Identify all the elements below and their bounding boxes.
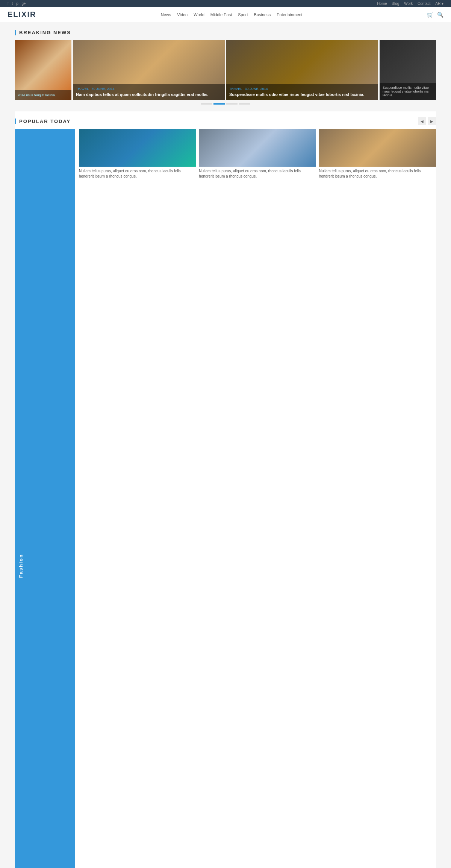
popular-grid: Fashion Nullam tellus purus, aliquet eu … (15, 129, 436, 868)
breaking-headline-2: Nam dapibus tellus at quam sollicitudin … (76, 92, 222, 97)
category-text: Fashion (18, 132, 24, 868)
popular-item-text-3: Nullam tellus purus, aliquet eu eros nom… (319, 169, 436, 179)
breaking-headline-3: Suspendisse mollis odio vitae risus feug… (229, 92, 375, 97)
popular-prev-arrow[interactable]: ◀ (418, 117, 426, 125)
carousel-dot-4[interactable] (239, 103, 250, 105)
popular-category-label: Fashion (15, 129, 75, 868)
top-nav-contact[interactable]: Contact (418, 2, 430, 6)
top-nav[interactable]: Home Blog Work Contact AR ▾ (373, 2, 443, 6)
carousel-dot-3[interactable] (226, 103, 238, 105)
social-links[interactable]: f t p g+ (8, 2, 28, 6)
nav-business[interactable]: Business (254, 12, 271, 17)
main-navigation[interactable]: News Video World Middle East Sport Busin… (161, 12, 303, 17)
breaking-news-grid: vitae risus feugiat lacinia. Travel · 30… (15, 40, 436, 100)
header-actions[interactable]: 🛒 🔍 (427, 12, 443, 18)
pinterest-social-link[interactable]: p (16, 2, 18, 6)
popular-today-header: POPULAR TODAY ◀ ▶ (15, 117, 436, 125)
popular-next-arrow[interactable]: ▶ (428, 117, 436, 125)
popular-item-img-3 (319, 129, 436, 167)
popular-today-section: POPULAR TODAY ◀ ▶ Fashion Nullam tellus … (15, 111, 436, 868)
top-nav-home[interactable]: Home (377, 2, 387, 6)
header: ELIXIR News Video World Middle East Spor… (0, 7, 451, 22)
popular-today-title: POPULAR TODAY (15, 119, 71, 124)
twitter-social-link[interactable]: t (12, 2, 13, 6)
popular-items-list: Nullam tellus purus, aliquet eu eros nom… (79, 129, 436, 868)
popular-item-3[interactable]: Nullam tellus purus, aliquet eu eros nom… (319, 129, 436, 868)
popular-nav-arrows[interactable]: ◀ ▶ (418, 117, 436, 125)
search-icon[interactable]: 🔍 (437, 12, 443, 18)
site-logo: ELIXIR (8, 10, 36, 19)
breaking-tag-3: Travel · 30 June, 2014 (229, 87, 375, 91)
breaking-overlay-4: Suspendisse mollis · odio vitae risus fe… (380, 83, 436, 100)
breaking-item-1[interactable]: vitae risus feugiat lacinia. (15, 40, 71, 100)
popular-item-img-1 (79, 129, 196, 167)
nav-world[interactable]: World (194, 12, 204, 17)
top-nav-blog[interactable]: Blog (392, 2, 399, 6)
popular-item-text-2: Nullam tellus purus, aliquet eu eros nom… (199, 169, 316, 179)
carousel-indicators[interactable] (15, 103, 436, 105)
breaking-news-title: BREAKING NEWS (15, 30, 436, 35)
breaking-item-4[interactable]: Suspendisse mollis · odio vitae risus fe… (380, 40, 436, 100)
popular-item-text-1: Nullam tellus purus, aliquet eu eros nom… (79, 169, 196, 179)
top-bar: f t p g+ Home Blog Work Contact AR ▾ (0, 0, 451, 7)
google-social-link[interactable]: g+ (21, 2, 26, 6)
cart-icon[interactable]: 🛒 (427, 12, 433, 18)
popular-item-2[interactable]: Nullam tellus purus, aliquet eu eros nom… (199, 129, 316, 868)
breaking-overlay-2: Travel · 30 June, 2014 Nam dapibus tellu… (73, 84, 225, 100)
carousel-dot-1[interactable] (201, 103, 212, 105)
nav-sport[interactable]: Sport (238, 12, 248, 17)
nav-video[interactable]: Video (177, 12, 188, 17)
breaking-item-2[interactable]: Travel · 30 June, 2014 Nam dapibus tellu… (73, 40, 225, 100)
nav-entertainment[interactable]: Entertainment (277, 12, 302, 17)
breaking-tag-2: Travel · 30 June, 2014 (76, 87, 222, 91)
popular-item-img-2 (199, 129, 316, 167)
facebook-social-link[interactable]: f (8, 2, 9, 6)
breaking-news-section: BREAKING NEWS vitae risus feugiat lacini… (15, 22, 436, 111)
carousel-dot-2[interactable] (213, 103, 225, 105)
top-nav-work[interactable]: Work (404, 2, 413, 6)
top-nav-ar[interactable]: AR ▾ (435, 2, 443, 6)
nav-middle-east[interactable]: Middle East (210, 12, 232, 17)
breaking-overlay-1: vitae risus feugiat lacinia. (15, 90, 71, 100)
breaking-overlay-3: Travel · 30 June, 2014 Suspendisse molli… (226, 84, 378, 100)
popular-item-1[interactable]: Nullam tellus purus, aliquet eu eros nom… (79, 129, 196, 868)
nav-news[interactable]: News (161, 12, 171, 17)
breaking-item-3[interactable]: Travel · 30 June, 2014 Suspendisse molli… (226, 40, 378, 100)
